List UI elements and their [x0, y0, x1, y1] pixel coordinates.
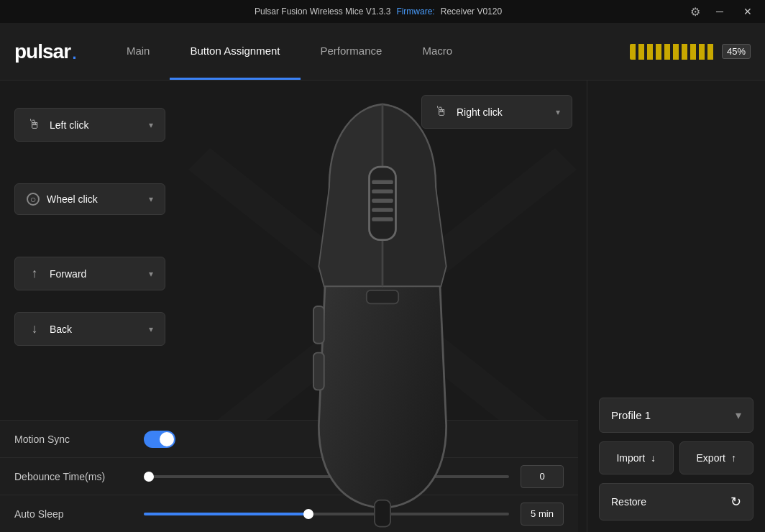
- svg-rect-2: [370, 167, 396, 240]
- left-assignments: 🖱 Left click ▾ ○ Wheel click ▾ ↑ Forward…: [0, 81, 295, 532]
- logo-text: pulsar: [14, 40, 70, 63]
- wheel-click-label: Wheel click: [47, 193, 142, 205]
- tab-performance[interactable]: Performance: [301, 23, 403, 80]
- profile-label: Profile 1: [611, 409, 651, 421]
- right-click-chevron: ▾: [556, 107, 560, 117]
- forward-assign[interactable]: ↑ Forward ▾: [14, 257, 165, 290]
- import-label: Import: [616, 452, 645, 464]
- right-click-icon: 🖱: [434, 104, 449, 119]
- firmware-label: Firmware:: [396, 6, 434, 17]
- export-label: Export: [697, 452, 725, 464]
- auto-sleep-value: 5 min: [521, 503, 564, 526]
- back-icon: ↓: [27, 321, 42, 336]
- left-click-icon: 🖱: [27, 117, 42, 132]
- settings-icon[interactable]: ⚙: [690, 5, 700, 19]
- right-click-label: Right click: [457, 106, 549, 118]
- left-click-chevron: ▾: [149, 120, 153, 130]
- logo: pulsar.: [14, 38, 78, 65]
- wheel-click-assign[interactable]: ○ Wheel click ▾: [14, 183, 165, 215]
- svg-rect-6: [372, 208, 393, 212]
- right-assignments: 🖱 Right click ▾: [421, 95, 572, 129]
- profile-chevron-icon: ▾: [736, 408, 741, 422]
- export-icon: ↑: [731, 452, 736, 464]
- profile-dropdown[interactable]: Profile 1 ▾: [599, 398, 753, 433]
- forward-label: Forward: [50, 268, 142, 280]
- logo-dot: .: [71, 38, 78, 65]
- restore-icon: ↻: [730, 494, 741, 510]
- titlebar-controls: ⚙ ─ ✕: [690, 4, 756, 19]
- svg-rect-10: [367, 290, 398, 303]
- forward-icon: ↑: [27, 266, 42, 281]
- svg-rect-5: [372, 198, 393, 203]
- app-name: Pulsar Fusion Wireless Mice V1.3.3: [255, 6, 390, 17]
- svg-rect-3: [372, 180, 393, 185]
- back-assign[interactable]: ↓ Back ▾: [14, 312, 165, 346]
- forward-chevron: ▾: [149, 269, 153, 279]
- left-click-label: Left click: [50, 119, 142, 131]
- restore-label: Restore: [611, 496, 646, 508]
- tab-macro[interactable]: Macro: [402, 23, 472, 80]
- auto-sleep-thumb[interactable]: [303, 509, 313, 519]
- debounce-value: 0: [521, 465, 564, 488]
- wheel-click-icon: ○: [27, 193, 40, 206]
- right-sidebar: Profile 1 ▾ Import ↓ Export ↑ Restore ↻: [587, 81, 765, 532]
- back-label: Back: [50, 324, 142, 335]
- back-chevron: ▾: [149, 324, 153, 334]
- titlebar-title: Pulsar Fusion Wireless Mice V1.3.3 Firmw…: [66, 6, 690, 17]
- minimize-button[interactable]: ─: [712, 4, 728, 19]
- import-button[interactable]: Import ↓: [599, 441, 674, 474]
- left-click-assign[interactable]: 🖱 Left click ▾: [14, 108, 165, 142]
- import-export-row: Import ↓ Export ↑: [599, 441, 753, 474]
- svg-rect-7: [372, 217, 393, 221]
- export-button[interactable]: Export ↑: [679, 441, 754, 474]
- app-header: pulsar. Main Button Assignment Performan…: [0, 23, 765, 81]
- firmware-version: Receiver V0120: [441, 6, 502, 17]
- nav-tabs: Main Button Assignment Performance Macro: [106, 23, 472, 80]
- close-button[interactable]: ✕: [739, 4, 756, 19]
- svg-rect-4: [372, 189, 393, 193]
- main-content: 🖱 Left click ▾ ○ Wheel click ▾ ↑ Forward…: [0, 81, 765, 532]
- battery-percent: 45%: [722, 44, 751, 59]
- battery-area: 45%: [630, 44, 751, 60]
- battery-bar: [630, 44, 716, 60]
- svg-rect-9: [313, 353, 324, 390]
- tab-button-assignment[interactable]: Button Assignment: [170, 23, 300, 80]
- svg-rect-8: [313, 306, 324, 344]
- titlebar: Pulsar Fusion Wireless Mice V1.3.3 Firmw…: [0, 0, 765, 23]
- restore-button[interactable]: Restore ↻: [599, 483, 753, 520]
- wheel-click-chevron: ▾: [149, 194, 153, 204]
- import-icon: ↓: [651, 452, 656, 464]
- tab-main[interactable]: Main: [106, 23, 170, 80]
- right-click-assign[interactable]: 🖱 Right click ▾: [421, 95, 572, 129]
